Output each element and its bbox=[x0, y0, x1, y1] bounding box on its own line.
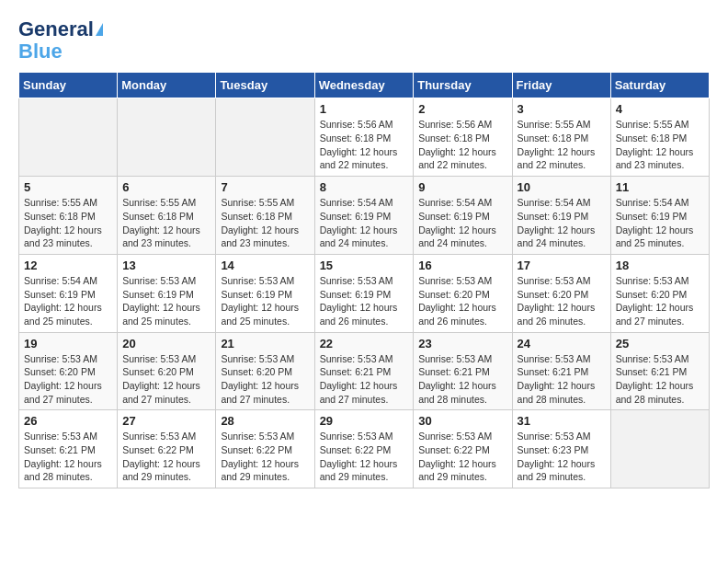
day-number: 1 bbox=[320, 102, 409, 116]
day-number: 12 bbox=[24, 259, 112, 272]
day-number: 3 bbox=[518, 102, 606, 116]
day-info: Sunrise: 5:55 AM Sunset: 6:18 PM Dayligh… bbox=[24, 196, 112, 250]
calendar-cell: 17Sunrise: 5:53 AM Sunset: 6:20 PM Dayli… bbox=[512, 254, 610, 332]
day-info: Sunrise: 5:53 AM Sunset: 6:19 PM Dayligh… bbox=[320, 274, 409, 328]
day-info: Sunrise: 5:54 AM Sunset: 6:19 PM Dayligh… bbox=[418, 196, 506, 250]
calendar-cell: 25Sunrise: 5:53 AM Sunset: 6:21 PM Dayli… bbox=[610, 332, 709, 410]
day-number: 6 bbox=[122, 180, 210, 194]
calendar-cell: 28Sunrise: 5:53 AM Sunset: 6:22 PM Dayli… bbox=[216, 410, 314, 488]
day-info: Sunrise: 5:53 AM Sunset: 6:22 PM Dayligh… bbox=[122, 430, 210, 484]
day-number: 18 bbox=[616, 259, 704, 272]
weekday-header-thursday: Thursday bbox=[414, 73, 512, 98]
day-info: Sunrise: 5:53 AM Sunset: 6:19 PM Dayligh… bbox=[122, 274, 210, 328]
weekday-header-row: SundayMondayTuesdayWednesdayThursdayFrid… bbox=[19, 73, 710, 98]
day-number: 24 bbox=[518, 337, 606, 350]
day-number: 25 bbox=[616, 337, 704, 350]
day-number: 17 bbox=[518, 259, 606, 272]
weekday-header-sunday: Sunday bbox=[19, 73, 118, 98]
day-number: 10 bbox=[518, 180, 606, 194]
day-number: 27 bbox=[122, 414, 210, 428]
calendar-cell: 1Sunrise: 5:56 AM Sunset: 6:18 PM Daylig… bbox=[314, 98, 414, 177]
day-info: Sunrise: 5:53 AM Sunset: 6:20 PM Dayligh… bbox=[24, 352, 112, 407]
day-number: 31 bbox=[518, 414, 606, 428]
calendar-week-row: 5Sunrise: 5:55 AM Sunset: 6:18 PM Daylig… bbox=[19, 177, 710, 255]
calendar-cell: 4Sunrise: 5:55 AM Sunset: 6:18 PM Daylig… bbox=[610, 98, 709, 177]
calendar-cell: 23Sunrise: 5:53 AM Sunset: 6:21 PM Dayli… bbox=[414, 332, 512, 410]
day-info: Sunrise: 5:53 AM Sunset: 6:21 PM Dayligh… bbox=[418, 352, 506, 407]
day-info: Sunrise: 5:53 AM Sunset: 6:21 PM Dayligh… bbox=[518, 352, 606, 407]
day-number: 2 bbox=[418, 102, 506, 116]
calendar-cell: 8Sunrise: 5:54 AM Sunset: 6:19 PM Daylig… bbox=[314, 177, 414, 255]
calendar-cell: 19Sunrise: 5:53 AM Sunset: 6:20 PM Dayli… bbox=[19, 332, 118, 410]
calendar-week-row: 1Sunrise: 5:56 AM Sunset: 6:18 PM Daylig… bbox=[19, 98, 710, 177]
calendar-cell: 9Sunrise: 5:54 AM Sunset: 6:19 PM Daylig… bbox=[414, 177, 512, 255]
day-number: 16 bbox=[418, 259, 506, 272]
logo-triangle-icon bbox=[96, 23, 103, 36]
calendar-cell: 12Sunrise: 5:54 AM Sunset: 6:19 PM Dayli… bbox=[19, 254, 118, 332]
calendar-cell: 29Sunrise: 5:53 AM Sunset: 6:22 PM Dayli… bbox=[314, 410, 414, 488]
calendar-cell: 7Sunrise: 5:55 AM Sunset: 6:18 PM Daylig… bbox=[216, 177, 314, 255]
day-info: Sunrise: 5:55 AM Sunset: 6:18 PM Dayligh… bbox=[518, 118, 606, 172]
day-info: Sunrise: 5:54 AM Sunset: 6:19 PM Dayligh… bbox=[320, 196, 409, 250]
calendar-cell: 6Sunrise: 5:55 AM Sunset: 6:18 PM Daylig… bbox=[118, 177, 216, 255]
weekday-header-monday: Monday bbox=[118, 73, 216, 98]
day-number: 28 bbox=[221, 414, 309, 428]
calendar-cell: 10Sunrise: 5:54 AM Sunset: 6:19 PM Dayli… bbox=[512, 177, 610, 255]
day-info: Sunrise: 5:56 AM Sunset: 6:18 PM Dayligh… bbox=[320, 118, 409, 172]
day-number: 4 bbox=[616, 102, 704, 116]
calendar-cell: 26Sunrise: 5:53 AM Sunset: 6:21 PM Dayli… bbox=[19, 410, 118, 488]
calendar-week-row: 12Sunrise: 5:54 AM Sunset: 6:19 PM Dayli… bbox=[19, 254, 710, 332]
calendar-cell bbox=[610, 410, 709, 488]
calendar-cell: 5Sunrise: 5:55 AM Sunset: 6:18 PM Daylig… bbox=[19, 177, 118, 255]
calendar-cell bbox=[216, 98, 314, 177]
day-number: 8 bbox=[320, 180, 409, 194]
day-info: Sunrise: 5:53 AM Sunset: 6:23 PM Dayligh… bbox=[518, 430, 606, 484]
day-number: 19 bbox=[24, 337, 112, 350]
day-number: 5 bbox=[24, 180, 112, 194]
day-info: Sunrise: 5:53 AM Sunset: 6:21 PM Dayligh… bbox=[24, 430, 112, 484]
day-number: 22 bbox=[320, 337, 409, 350]
day-number: 21 bbox=[221, 337, 309, 350]
calendar-cell: 30Sunrise: 5:53 AM Sunset: 6:22 PM Dayli… bbox=[414, 410, 512, 488]
day-info: Sunrise: 5:55 AM Sunset: 6:18 PM Dayligh… bbox=[122, 196, 210, 250]
calendar-cell: 20Sunrise: 5:53 AM Sunset: 6:20 PM Dayli… bbox=[118, 332, 216, 410]
day-number: 23 bbox=[418, 337, 506, 350]
calendar-cell: 21Sunrise: 5:53 AM Sunset: 6:20 PM Dayli… bbox=[216, 332, 314, 410]
day-info: Sunrise: 5:53 AM Sunset: 6:22 PM Dayligh… bbox=[418, 430, 506, 484]
day-info: Sunrise: 5:55 AM Sunset: 6:18 PM Dayligh… bbox=[616, 118, 704, 172]
day-number: 14 bbox=[221, 259, 309, 272]
calendar-cell bbox=[19, 98, 118, 177]
calendar-cell: 27Sunrise: 5:53 AM Sunset: 6:22 PM Dayli… bbox=[118, 410, 216, 488]
calendar-table: SundayMondayTuesdayWednesdayThursdayFrid… bbox=[18, 72, 710, 488]
calendar-week-row: 19Sunrise: 5:53 AM Sunset: 6:20 PM Dayli… bbox=[19, 332, 710, 410]
day-number: 11 bbox=[616, 180, 704, 194]
calendar-cell: 3Sunrise: 5:55 AM Sunset: 6:18 PM Daylig… bbox=[512, 98, 610, 177]
weekday-header-friday: Friday bbox=[512, 73, 610, 98]
day-info: Sunrise: 5:53 AM Sunset: 6:22 PM Dayligh… bbox=[221, 430, 309, 484]
calendar-cell: 24Sunrise: 5:53 AM Sunset: 6:21 PM Dayli… bbox=[512, 332, 610, 410]
logo-text-blue: Blue bbox=[18, 40, 63, 63]
logo: General Blue bbox=[18, 18, 103, 63]
calendar-cell bbox=[118, 98, 216, 177]
day-number: 15 bbox=[320, 259, 409, 272]
calendar-cell: 14Sunrise: 5:53 AM Sunset: 6:19 PM Dayli… bbox=[216, 254, 314, 332]
calendar-cell: 16Sunrise: 5:53 AM Sunset: 6:20 PM Dayli… bbox=[414, 254, 512, 332]
calendar-week-row: 26Sunrise: 5:53 AM Sunset: 6:21 PM Dayli… bbox=[19, 410, 710, 488]
day-info: Sunrise: 5:53 AM Sunset: 6:20 PM Dayligh… bbox=[122, 352, 210, 407]
day-info: Sunrise: 5:53 AM Sunset: 6:19 PM Dayligh… bbox=[221, 274, 309, 328]
day-number: 9 bbox=[418, 180, 506, 194]
day-info: Sunrise: 5:54 AM Sunset: 6:19 PM Dayligh… bbox=[518, 196, 606, 250]
day-info: Sunrise: 5:53 AM Sunset: 6:20 PM Dayligh… bbox=[418, 274, 506, 328]
day-info: Sunrise: 5:54 AM Sunset: 6:19 PM Dayligh… bbox=[616, 196, 704, 250]
day-info: Sunrise: 5:53 AM Sunset: 6:20 PM Dayligh… bbox=[221, 352, 309, 407]
day-info: Sunrise: 5:54 AM Sunset: 6:19 PM Dayligh… bbox=[24, 274, 112, 328]
calendar-cell: 2Sunrise: 5:56 AM Sunset: 6:18 PM Daylig… bbox=[414, 98, 512, 177]
day-info: Sunrise: 5:55 AM Sunset: 6:18 PM Dayligh… bbox=[221, 196, 309, 250]
day-info: Sunrise: 5:53 AM Sunset: 6:21 PM Dayligh… bbox=[320, 352, 409, 407]
calendar-cell: 31Sunrise: 5:53 AM Sunset: 6:23 PM Dayli… bbox=[512, 410, 610, 488]
day-info: Sunrise: 5:53 AM Sunset: 6:22 PM Dayligh… bbox=[320, 430, 409, 484]
calendar-cell: 13Sunrise: 5:53 AM Sunset: 6:19 PM Dayli… bbox=[118, 254, 216, 332]
calendar-cell: 18Sunrise: 5:53 AM Sunset: 6:20 PM Dayli… bbox=[610, 254, 709, 332]
weekday-header-wednesday: Wednesday bbox=[314, 73, 414, 98]
weekday-header-tuesday: Tuesday bbox=[216, 73, 314, 98]
